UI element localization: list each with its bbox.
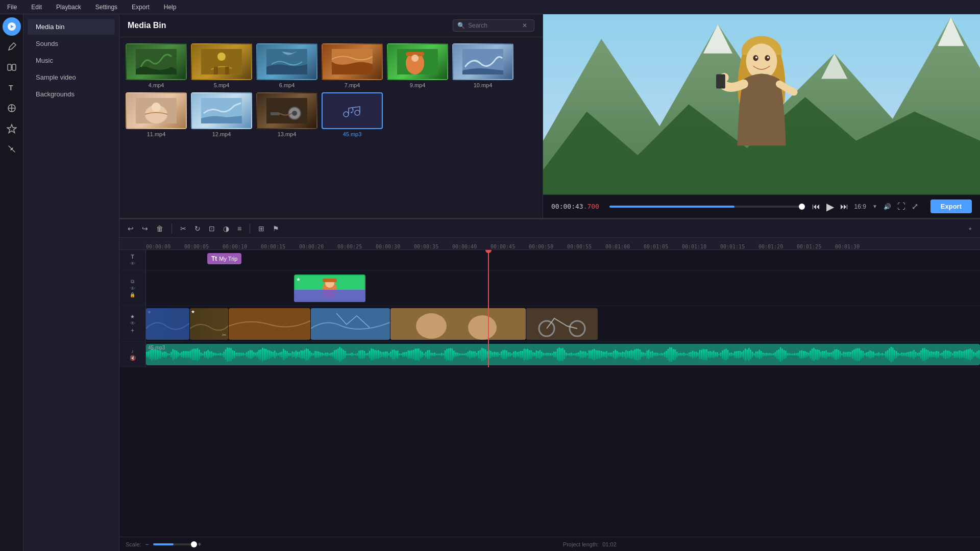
menu-file[interactable]: File (4, 3, 20, 12)
svg-rect-390 (734, 352, 736, 358)
menu-edit[interactable]: Edit (28, 3, 45, 12)
lock-icon-overlay[interactable]: 🔒 (130, 292, 135, 297)
menu-help[interactable]: Help (161, 3, 180, 12)
search-icon: 🔍 (457, 22, 465, 29)
sidebar-item-sample-video[interactable]: Sample video (28, 69, 115, 85)
redo-button[interactable]: ↪ (140, 222, 150, 235)
text-clip[interactable]: Tt My Trip (207, 253, 241, 264)
video-clip-6[interactable] (526, 308, 598, 340)
icon-effects[interactable] (3, 99, 21, 117)
menu-export[interactable]: Export (129, 3, 153, 12)
audio-clip[interactable]: 45.mp3 (146, 344, 980, 365)
list-item[interactable]: 6.mp4 (256, 43, 317, 88)
list-item[interactable]: 4.mp4 (126, 43, 187, 88)
thumbnail-12mp4[interactable] (191, 92, 252, 129)
list-item[interactable]: 10.mp4 (452, 43, 513, 88)
undo-button[interactable]: ↩ (126, 222, 136, 235)
export-button[interactable]: Export (930, 199, 972, 213)
add-icon-main[interactable]: + (131, 327, 134, 334)
add-track-icon[interactable]: + (969, 226, 972, 232)
svg-rect-64 (162, 352, 163, 357)
cut-button[interactable]: ✂ (178, 222, 188, 235)
video-clip-4[interactable] (311, 308, 390, 340)
svg-rect-236 (464, 354, 465, 356)
scale-minus-button[interactable]: − (145, 541, 149, 548)
mark-button[interactable]: ⚑ (271, 222, 281, 235)
list-item[interactable]: 7.mp4 (322, 43, 383, 88)
thumbnail-7mp4[interactable] (322, 43, 383, 80)
crop-button[interactable]: ⊡ (207, 222, 217, 235)
progress-thumb[interactable] (799, 204, 805, 210)
toolbar-separator-2 (250, 223, 250, 234)
scale-slider[interactable] (153, 543, 194, 545)
svg-rect-455 (848, 352, 850, 358)
track-icons: ⧉ 👁 🔒 (130, 279, 135, 297)
thumbnail-4mp4[interactable] (126, 43, 187, 80)
fullscreen-icon[interactable]: ⛶ (897, 202, 905, 211)
scale-plus-button[interactable]: + (198, 541, 202, 548)
list-item[interactable]: 12.mp4 (191, 92, 252, 137)
icon-media[interactable] (3, 17, 21, 36)
video-clip-3[interactable] (229, 308, 310, 340)
expand-icon[interactable]: ⤢ (912, 202, 918, 211)
svg-point-50 (416, 313, 447, 339)
sidebar-item-sounds[interactable]: Sounds (28, 36, 115, 52)
progress-bar[interactable] (609, 206, 802, 208)
chevron-down-icon[interactable]: ▼ (872, 204, 877, 209)
thumbnail-6mp4[interactable] (256, 43, 317, 80)
delete-button[interactable]: 🗑 (154, 222, 165, 235)
volume-icon[interactable]: 🔊 (884, 203, 891, 210)
text-track: T 👁 Tt My Trip (119, 250, 980, 270)
timeline-ruler[interactable]: 00:00:00 00:00:05 00:00:10 00:00:15 00:0… (119, 238, 980, 250)
mute-icon[interactable]: 🔇 (130, 355, 136, 361)
list-item[interactable]: ♪ 45.mp3 (322, 92, 383, 137)
menu-settings[interactable]: Settings (92, 3, 120, 12)
svg-rect-511 (947, 351, 948, 359)
search-input[interactable] (468, 22, 519, 29)
rotate-button[interactable]: ↻ (192, 222, 203, 235)
menu-playback[interactable]: Playback (53, 3, 84, 12)
list-button[interactable]: ≡ (235, 222, 243, 235)
thumbnail-13mp4[interactable] (256, 92, 317, 129)
list-item[interactable]: 13.mp4 (256, 92, 317, 137)
list-item[interactable]: 9.mp4 (387, 43, 448, 88)
svg-rect-99 (223, 352, 225, 358)
thumbnail-10mp4[interactable] (452, 43, 513, 80)
insert-button[interactable]: ⊞ (256, 222, 266, 235)
prev-frame-button[interactable]: ⏮ (812, 202, 820, 211)
svg-rect-471 (876, 353, 878, 356)
svg-rect-431 (806, 352, 807, 357)
svg-rect-369 (697, 353, 699, 356)
color-button[interactable]: ◑ (221, 222, 231, 235)
sidebar-item-backgrounds[interactable]: Backgrounds (28, 86, 115, 102)
overlay-clip-blue[interactable] (294, 290, 365, 302)
svg-rect-345 (655, 353, 657, 356)
eye-icon-overlay[interactable]: 👁 (130, 286, 135, 291)
search-clear-icon[interactable]: ✕ (522, 22, 527, 29)
thumbnail-11mp4[interactable] (126, 92, 187, 129)
thumbnail-45mp3[interactable]: ♪ (322, 92, 383, 129)
video-clip-5[interactable] (390, 308, 526, 340)
icon-stickers[interactable] (3, 119, 21, 138)
list-item[interactable]: 11.mp4 (126, 92, 187, 137)
audio-track-content[interactable]: 45.mp3 (146, 342, 980, 367)
video-clip-1[interactable]: ★ (146, 308, 189, 340)
eye-icon[interactable]: 👁 (130, 261, 135, 266)
eye-icon-main[interactable]: 👁 (130, 320, 135, 326)
video-clip-2[interactable]: ★ ✂ (190, 308, 228, 340)
svg-rect-385 (725, 349, 727, 361)
icon-edit[interactable] (3, 38, 21, 56)
sidebar-item-media-bin[interactable]: Media bin (28, 19, 115, 35)
sidebar-item-music[interactable]: Music (28, 53, 115, 68)
icon-transitions[interactable] (3, 58, 21, 77)
search-bar[interactable]: 🔍 ✕ (453, 19, 534, 32)
icon-text[interactable]: T (3, 79, 21, 97)
thumbnail-9mp4[interactable] (387, 43, 448, 80)
thumbnail-5mp4[interactable] (191, 43, 252, 80)
icon-tools[interactable] (3, 140, 21, 158)
play-button[interactable]: ▶ (826, 201, 834, 213)
scale-slider-thumb[interactable] (191, 541, 197, 547)
svg-rect-156 (323, 354, 325, 356)
next-frame-button[interactable]: ⏭ (840, 202, 848, 211)
list-item[interactable]: 5.mp4 (191, 43, 252, 88)
